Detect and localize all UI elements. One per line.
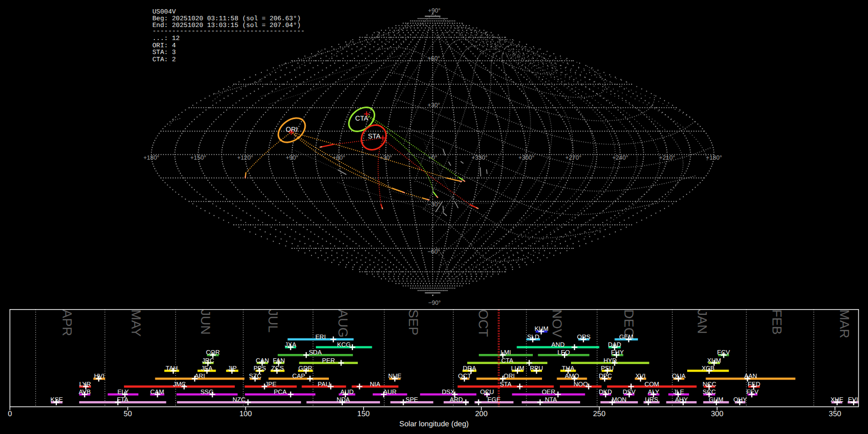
svg-text:PCA: PCA	[274, 388, 287, 395]
svg-text:ARD: ARD	[449, 396, 462, 403]
svg-text:+60°: +60°	[333, 154, 345, 161]
svg-text:+300°: +300°	[518, 154, 534, 161]
svg-text:STA: 3: STA: 3	[152, 49, 176, 56]
svg-text:AUG: AUG	[336, 310, 350, 338]
svg-text:MAY: MAY	[129, 310, 143, 337]
svg-text:+90°: +90°	[285, 154, 298, 161]
svg-text:ERI: ERI	[315, 333, 326, 340]
svg-text:NZC: NZC	[232, 396, 245, 403]
svg-text:MAR: MAR	[837, 310, 852, 339]
svg-text:CTA: CTA	[355, 114, 369, 122]
svg-text:350: 350	[829, 410, 841, 418]
svg-text:ORI: ORI	[286, 125, 298, 133]
svg-text:JAN: JAN	[695, 310, 709, 334]
svg-text:Solar longitude (deg): Solar longitude (deg)	[399, 420, 469, 428]
svg-text:------------------------------: ---------------------------------------	[152, 28, 305, 35]
svg-text:SEP: SEP	[406, 310, 420, 336]
svg-text:300: 300	[711, 410, 723, 418]
svg-text:EGE: EGE	[488, 396, 501, 403]
svg-text:150: 150	[357, 410, 370, 418]
svg-text:SPE: SPE	[406, 396, 418, 403]
svg-text:0: 0	[8, 410, 12, 418]
svg-text:FEB: FEB	[770, 310, 784, 335]
svg-text:+330°: +330°	[472, 154, 488, 161]
svg-text:50: 50	[123, 410, 132, 418]
svg-text:Beg: 20251020 03:11:58 (sol =: Beg: 20251020 03:11:58 (sol = 206.63°)	[152, 15, 301, 23]
svg-text:NTA: NTA	[545, 396, 557, 403]
svg-text:US004V: US004V	[152, 9, 176, 16]
svg-text:...: 12: ...: 12	[152, 35, 180, 42]
svg-text:100: 100	[239, 410, 252, 418]
svg-text:KCG: KCG	[337, 341, 351, 348]
svg-text:−60°: −60°	[427, 248, 440, 255]
svg-text:STA: STA	[500, 380, 512, 388]
svg-text:+0°: +0°	[428, 154, 437, 161]
svg-text:NIA: NIA	[370, 380, 380, 388]
svg-text:APR: APR	[60, 310, 74, 337]
svg-text:OCT: OCT	[476, 310, 490, 337]
svg-text:250: 250	[593, 410, 606, 418]
svg-text:+180°: +180°	[143, 154, 159, 161]
svg-text:+240°: +240°	[612, 154, 628, 161]
svg-text:PER: PER	[322, 357, 335, 364]
svg-text:STA: STA	[368, 132, 381, 140]
svg-text:NOV: NOV	[550, 310, 564, 338]
svg-text:AND: AND	[551, 341, 564, 348]
svg-text:+120°: +120°	[237, 154, 253, 161]
svg-text:CAP: CAP	[292, 372, 305, 380]
svg-text:OER: OER	[542, 388, 556, 395]
svg-text:+30°: +30°	[380, 154, 392, 161]
svg-text:+270°: +270°	[565, 154, 581, 161]
svg-text:+210°: +210°	[659, 154, 675, 161]
svg-text:+180°: +180°	[706, 154, 722, 161]
svg-text:+150°: +150°	[190, 154, 206, 161]
svg-text:+90°: +90°	[428, 7, 440, 14]
svg-text:SDA: SDA	[309, 349, 322, 356]
svg-text:+60°: +60°	[427, 55, 440, 62]
svg-text:CTA: 2: CTA: 2	[152, 56, 176, 64]
svg-text:NOO: NOO	[573, 380, 588, 388]
svg-text:−90°: −90°	[428, 299, 441, 306]
svg-text:JUL: JUL	[266, 310, 280, 333]
svg-text:200: 200	[475, 410, 488, 418]
svg-text:COM: COM	[645, 380, 659, 388]
svg-text:JUN: JUN	[198, 310, 213, 335]
svg-text:+30°: +30°	[427, 102, 440, 108]
svg-text:ORI: 4: ORI: 4	[152, 42, 176, 50]
